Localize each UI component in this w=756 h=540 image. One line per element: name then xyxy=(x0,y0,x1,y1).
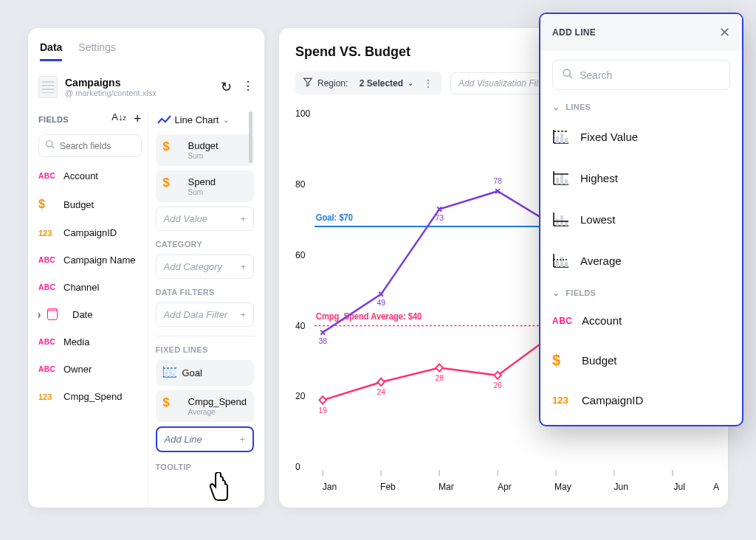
fixed-line-goal[interactable]: Goal xyxy=(156,360,255,386)
svg-text:24: 24 xyxy=(377,387,385,397)
text-type-icon: ABC xyxy=(38,338,58,346)
field-campaign-name[interactable]: ABCCampaign Name xyxy=(38,249,142,271)
tab-settings[interactable]: Settings xyxy=(78,41,116,61)
y-tick-label: 0 xyxy=(295,462,300,473)
line-chart-icon xyxy=(157,115,171,125)
svg-text:Jun: Jun xyxy=(614,481,628,492)
chart-type-picker[interactable]: Line Chart ⌄ xyxy=(156,111,255,134)
popover-item-highest[interactable]: Highest xyxy=(552,161,730,195)
close-icon[interactable]: ✕ xyxy=(719,24,730,41)
text-type-icon: ABC xyxy=(38,283,58,291)
y-tick-label: 60 xyxy=(295,249,305,260)
tooltip-section-label: TOOLTIP xyxy=(156,463,255,471)
svg-text:May: May xyxy=(554,481,571,492)
field-channel[interactable]: ABCChannel xyxy=(38,276,142,299)
add-line-button[interactable]: Add Line+ xyxy=(156,426,255,452)
datasource-name: Campaigns xyxy=(65,77,213,89)
popover-item-fixed-value[interactable]: Fixed Value xyxy=(552,120,730,153)
date-type-icon xyxy=(47,310,66,320)
y-tick-label: 40 xyxy=(295,320,305,331)
x-tick-marks xyxy=(323,470,673,476)
svg-line-39 xyxy=(569,75,572,78)
filter-chip-more-icon[interactable]: ⋮ xyxy=(418,78,434,89)
search-icon xyxy=(562,68,574,82)
refresh-icon[interactable]: ↻ xyxy=(221,79,232,95)
y-tick-label: 100 xyxy=(295,108,310,120)
plus-icon: + xyxy=(239,434,245,445)
svg-rect-61 xyxy=(560,257,563,267)
number-type-icon: 123 xyxy=(38,229,58,238)
svg-text:A: A xyxy=(713,481,720,492)
add-field-icon[interactable]: + xyxy=(134,111,142,127)
category-section-label: CATEGORY xyxy=(156,240,255,249)
config-scrollbar[interactable] xyxy=(249,111,252,163)
text-type-icon: ABC xyxy=(38,365,58,373)
popover-group-fields: FIELDS xyxy=(566,288,596,297)
field-budget[interactable]: $Budget xyxy=(38,192,142,217)
filter-chip-region[interactable]: Region: 2 Selected ⌄ ⋮ xyxy=(295,72,441,94)
svg-text:28: 28 xyxy=(436,373,444,382)
popover-group-lines: LINES xyxy=(566,103,591,111)
chevron-right-icon[interactable]: ❯ xyxy=(38,311,41,319)
svg-text:Jan: Jan xyxy=(323,481,337,492)
datasource-path: @ marketing/content.xlsx xyxy=(65,89,213,97)
fields-list: ABCAccount $Budget 123CampaignID ABCCamp… xyxy=(38,165,142,408)
popover-item-lowest[interactable]: Lowest xyxy=(552,202,730,236)
add-category-button[interactable]: Add Category+ xyxy=(156,255,255,279)
currency-type-icon: $ xyxy=(552,352,571,369)
svg-rect-6 xyxy=(173,373,175,377)
popover-field-budget[interactable]: $ Budget xyxy=(552,343,730,378)
number-type-icon: 123 xyxy=(38,392,58,401)
popover-search-input[interactable]: Search xyxy=(552,60,730,90)
svg-text:49: 49 xyxy=(377,298,385,308)
currency-type-icon: $ xyxy=(38,198,58,211)
svg-rect-4 xyxy=(165,372,168,377)
field-account[interactable]: ABCAccount xyxy=(38,165,142,187)
goal-line-label: Goal: $70 xyxy=(316,212,354,222)
svg-text:38: 38 xyxy=(319,336,327,346)
field-campaign-id[interactable]: 123CampaignID xyxy=(38,221,142,244)
chevron-down-icon: ⌄ xyxy=(223,116,229,124)
datasource-row: Campaigns @ marketing/content.xlsx ↻ ⋮ xyxy=(38,76,254,98)
field-media[interactable]: ABCMedia xyxy=(38,330,142,353)
series-spend-markers xyxy=(320,329,560,404)
y-tick-label: 20 xyxy=(295,391,305,402)
add-data-filter-button[interactable]: Add Data Filter+ xyxy=(156,302,255,327)
popover-field-account[interactable]: ABC Account xyxy=(552,305,730,336)
text-type-icon: ABC xyxy=(38,256,58,264)
chevron-down-icon[interactable]: ⌄ xyxy=(552,288,560,298)
fixed-value-icon xyxy=(163,366,176,380)
y-tick-label: 80 xyxy=(295,179,305,190)
field-owner[interactable]: ABCOwner xyxy=(38,358,142,381)
measure-spend[interactable]: $ SpendSum xyxy=(156,170,255,202)
chevron-down-icon[interactable]: ⌄ xyxy=(552,102,560,112)
measure-budget[interactable]: $ BudgetSum xyxy=(156,134,255,166)
svg-marker-8 xyxy=(304,78,312,86)
field-cmpg-spend[interactable]: 123Cmpg_Spend xyxy=(38,385,142,408)
more-icon[interactable]: ⋮ xyxy=(242,79,254,95)
svg-text:Mar: Mar xyxy=(439,481,454,492)
popover-field-campaign-id[interactable]: 123 CampaignID xyxy=(552,385,730,415)
add-value-button[interactable]: Add Value+ xyxy=(156,207,255,231)
search-fields-input[interactable] xyxy=(38,134,142,157)
left-panel: Data Settings Campaigns @ marketing/cont… xyxy=(28,28,264,508)
svg-rect-49 xyxy=(560,174,563,184)
svg-rect-42 xyxy=(556,136,559,143)
svg-text:19: 19 xyxy=(319,405,327,415)
plus-icon: + xyxy=(240,213,246,224)
average-line-label: Cmpg_Spend Average: $40 xyxy=(316,311,422,322)
currency-type-icon: $ xyxy=(163,176,182,190)
popover-item-average[interactable]: Average xyxy=(552,243,730,277)
data-filters-section-label: DATA FILTERS xyxy=(156,288,255,297)
plus-icon: + xyxy=(240,309,246,320)
funnel-icon xyxy=(303,77,313,89)
svg-line-1 xyxy=(52,146,55,149)
tab-data[interactable]: Data xyxy=(40,41,62,61)
fields-label: FIELDS xyxy=(38,115,69,124)
svg-rect-43 xyxy=(560,134,563,143)
fixed-line-average[interactable]: $ Cmpg_SpendAverage xyxy=(156,390,255,422)
sort-icon[interactable]: A↓z xyxy=(111,111,126,127)
fixed-lines-section-label: FIXED LINES xyxy=(156,345,255,354)
plus-icon: + xyxy=(240,261,246,272)
field-date[interactable]: ❯Date xyxy=(38,303,142,326)
